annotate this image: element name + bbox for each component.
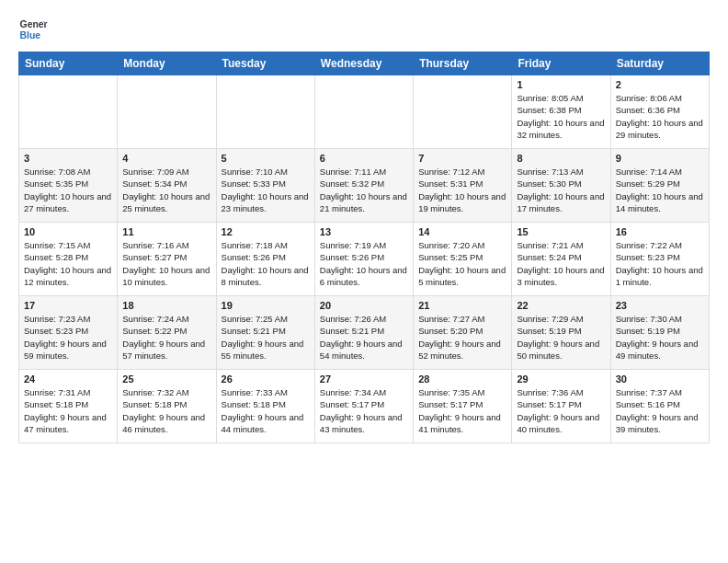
day-number: 10 [24,226,112,237]
logo: General Blue [18,15,51,44]
day-info: Sunrise: 7:23 AM Sunset: 5:23 PM Dayligh… [24,313,112,362]
calendar-cell: 10Sunrise: 7:15 AM Sunset: 5:28 PM Dayli… [19,223,118,296]
day-number: 18 [122,300,210,311]
day-info: Sunrise: 7:32 AM Sunset: 5:18 PM Dayligh… [122,386,210,435]
day-number: 29 [517,373,605,385]
svg-text:Blue: Blue [20,30,41,40]
calendar-cell: 18Sunrise: 7:24 AM Sunset: 5:22 PM Dayli… [118,296,216,370]
day-number: 5 [222,153,310,164]
calendar-cell: 1Sunrise: 8:05 AM Sunset: 6:38 PM Daylig… [512,75,610,149]
calendar-cell: 23Sunrise: 7:30 AM Sunset: 5:19 PM Dayli… [610,296,709,370]
calendar-cell: 6Sunrise: 7:11 AM Sunset: 5:32 PM Daylig… [314,149,413,223]
day-info: Sunrise: 7:27 AM Sunset: 5:20 PM Dayligh… [418,313,506,362]
day-info: Sunrise: 7:12 AM Sunset: 5:31 PM Dayligh… [418,166,506,214]
day-number: 20 [320,300,408,311]
calendar-cell: 7Sunrise: 7:12 AM Sunset: 5:31 PM Daylig… [414,149,512,223]
day-number: 17 [24,300,112,311]
calendar-cell: 11Sunrise: 7:16 AM Sunset: 5:27 PM Dayli… [118,223,216,296]
day-number: 8 [517,153,605,164]
calendar-cell: 29Sunrise: 7:36 AM Sunset: 5:17 PM Dayli… [512,370,610,443]
day-info: Sunrise: 7:19 AM Sunset: 5:26 PM Dayligh… [320,239,408,288]
calendar-cell [19,75,118,149]
weekday-header-row: SundayMondayTuesdayWednesdayThursdayFrid… [19,52,710,75]
week-row-3: 10Sunrise: 7:15 AM Sunset: 5:28 PM Dayli… [19,223,710,296]
svg-text:General: General [20,19,48,29]
calendar-cell: 14Sunrise: 7:20 AM Sunset: 5:25 PM Dayli… [414,223,512,296]
day-info: Sunrise: 7:33 AM Sunset: 5:18 PM Dayligh… [222,386,310,435]
day-info: Sunrise: 7:34 AM Sunset: 5:17 PM Dayligh… [320,386,408,435]
day-info: Sunrise: 7:26 AM Sunset: 5:21 PM Dayligh… [320,313,408,362]
day-info: Sunrise: 7:37 AM Sunset: 5:16 PM Dayligh… [616,386,704,435]
weekday-header-friday: Friday [512,52,610,75]
day-info: Sunrise: 7:24 AM Sunset: 5:22 PM Dayligh… [122,313,210,362]
day-info: Sunrise: 7:16 AM Sunset: 5:27 PM Dayligh… [122,239,210,288]
day-number: 15 [517,226,605,237]
calendar-cell: 17Sunrise: 7:23 AM Sunset: 5:23 PM Dayli… [19,296,118,370]
day-number: 14 [418,226,506,237]
calendar-cell: 21Sunrise: 7:27 AM Sunset: 5:20 PM Dayli… [414,296,512,370]
weekday-header-saturday: Saturday [610,52,709,75]
day-number: 3 [24,153,112,164]
day-info: Sunrise: 7:35 AM Sunset: 5:17 PM Dayligh… [418,386,506,435]
day-info: Sunrise: 7:22 AM Sunset: 5:23 PM Dayligh… [616,239,704,288]
day-number: 12 [222,226,310,237]
day-number: 13 [320,226,408,237]
calendar-cell: 3Sunrise: 7:08 AM Sunset: 5:35 PM Daylig… [19,149,118,223]
calendar-cell [414,75,512,149]
calendar-cell [118,75,216,149]
calendar-cell: 24Sunrise: 7:31 AM Sunset: 5:18 PM Dayli… [19,370,118,443]
calendar-cell: 12Sunrise: 7:18 AM Sunset: 5:26 PM Dayli… [216,223,314,296]
calendar-cell: 2Sunrise: 8:06 AM Sunset: 6:36 PM Daylig… [610,75,709,149]
day-info: Sunrise: 7:20 AM Sunset: 5:25 PM Dayligh… [418,239,506,288]
day-number: 30 [616,373,704,385]
calendar-cell: 22Sunrise: 7:29 AM Sunset: 5:19 PM Dayli… [512,296,610,370]
calendar-cell: 9Sunrise: 7:14 AM Sunset: 5:29 PM Daylig… [610,149,709,223]
week-row-4: 17Sunrise: 7:23 AM Sunset: 5:23 PM Dayli… [19,296,710,370]
calendar-cell: 30Sunrise: 7:37 AM Sunset: 5:16 PM Dayli… [610,370,709,443]
day-number: 16 [616,226,704,237]
day-number: 2 [616,79,704,90]
day-number: 22 [517,300,605,311]
day-info: Sunrise: 7:18 AM Sunset: 5:26 PM Dayligh… [222,239,310,288]
calendar-cell: 28Sunrise: 7:35 AM Sunset: 5:17 PM Dayli… [414,370,512,443]
weekday-header-tuesday: Tuesday [216,52,314,75]
calendar-cell: 20Sunrise: 7:26 AM Sunset: 5:21 PM Dayli… [314,296,413,370]
day-number: 7 [418,153,506,164]
day-info: Sunrise: 7:08 AM Sunset: 5:35 PM Dayligh… [24,166,112,214]
day-info: Sunrise: 7:10 AM Sunset: 5:33 PM Dayligh… [222,166,310,214]
day-number: 11 [122,226,210,237]
day-number: 23 [616,300,704,311]
week-row-5: 24Sunrise: 7:31 AM Sunset: 5:18 PM Dayli… [19,370,710,443]
day-info: Sunrise: 7:25 AM Sunset: 5:21 PM Dayligh… [222,313,310,362]
day-number: 4 [122,153,210,164]
calendar-cell: 15Sunrise: 7:21 AM Sunset: 5:24 PM Dayli… [512,223,610,296]
calendar-cell: 26Sunrise: 7:33 AM Sunset: 5:18 PM Dayli… [216,370,314,443]
calendar-cell: 25Sunrise: 7:32 AM Sunset: 5:18 PM Dayli… [118,370,216,443]
calendar-table: SundayMondayTuesdayWednesdayThursdayFrid… [18,52,710,443]
day-number: 19 [222,300,310,311]
week-row-1: 1Sunrise: 8:05 AM Sunset: 6:38 PM Daylig… [19,75,710,149]
logo-icon: General Blue [18,15,48,44]
day-info: Sunrise: 7:11 AM Sunset: 5:32 PM Dayligh… [320,166,408,214]
day-info: Sunrise: 7:36 AM Sunset: 5:17 PM Dayligh… [517,386,605,435]
weekday-header-thursday: Thursday [414,52,512,75]
day-number: 25 [122,373,210,385]
calendar-cell: 4Sunrise: 7:09 AM Sunset: 5:34 PM Daylig… [118,149,216,223]
calendar-cell [216,75,314,149]
header: General Blue [18,15,710,44]
day-info: Sunrise: 7:30 AM Sunset: 5:19 PM Dayligh… [616,313,704,362]
day-info: Sunrise: 7:29 AM Sunset: 5:19 PM Dayligh… [517,313,605,362]
day-info: Sunrise: 7:21 AM Sunset: 5:24 PM Dayligh… [517,239,605,288]
calendar-cell: 16Sunrise: 7:22 AM Sunset: 5:23 PM Dayli… [610,223,709,296]
day-info: Sunrise: 7:09 AM Sunset: 5:34 PM Dayligh… [122,166,210,214]
weekday-header-monday: Monday [118,52,216,75]
calendar-cell: 13Sunrise: 7:19 AM Sunset: 5:26 PM Dayli… [314,223,413,296]
calendar-cell: 8Sunrise: 7:13 AM Sunset: 5:30 PM Daylig… [512,149,610,223]
day-info: Sunrise: 7:31 AM Sunset: 5:18 PM Dayligh… [24,386,112,435]
day-number: 27 [320,373,408,385]
calendar-cell: 27Sunrise: 7:34 AM Sunset: 5:17 PM Dayli… [314,370,413,443]
day-number: 28 [418,373,506,385]
day-info: Sunrise: 8:06 AM Sunset: 6:36 PM Dayligh… [616,92,704,141]
calendar-cell: 19Sunrise: 7:25 AM Sunset: 5:21 PM Dayli… [216,296,314,370]
day-number: 9 [616,153,704,164]
